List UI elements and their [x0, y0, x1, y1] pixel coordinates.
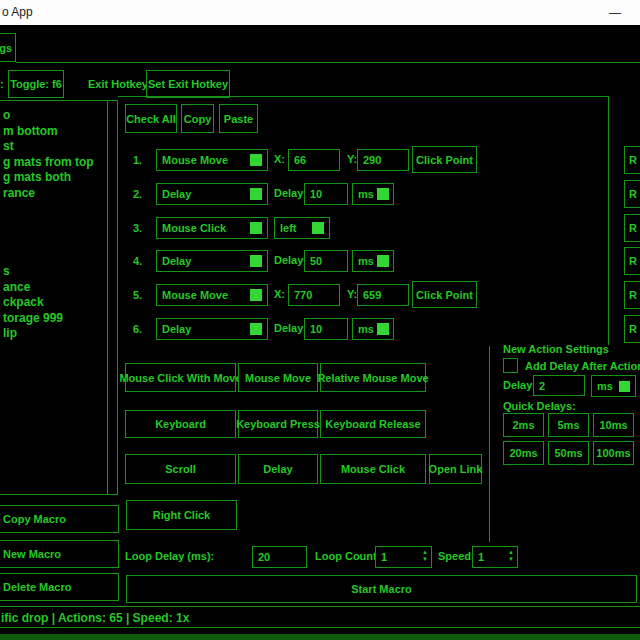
action-type-value: Mouse Move [162, 289, 228, 301]
action-type-dropdown[interactable]: Mouse Move [156, 284, 268, 306]
keyboard-release-button[interactable]: Keyboard Release [320, 410, 426, 438]
x-coordinate-input[interactable]: 66 [288, 149, 340, 171]
spinner-up-icon[interactable]: ▲ [508, 549, 514, 556]
delay-unit-value: ms [358, 255, 374, 267]
delay-value-input[interactable]: 10 [304, 183, 348, 205]
action-row: 2.DelayDelay10msR [0, 180, 640, 208]
right-click-button[interactable]: Right Click [126, 500, 237, 530]
mouse-button-dropdown[interactable]: left [274, 217, 330, 239]
quick-delay-button[interactable]: 20ms [503, 441, 544, 465]
settings-panel-divider [489, 346, 490, 542]
mouse-move-button[interactable]: Mouse Move [238, 363, 318, 392]
dropdown-indicator-square-icon [312, 222, 324, 234]
action-index: 2. [133, 180, 142, 208]
start-macro-button[interactable]: Start Macro [126, 575, 637, 603]
delay-value-input[interactable]: 10 [304, 318, 348, 340]
delete-macro-button[interactable]: Delete Macro [0, 573, 119, 601]
dropdown-indicator-square-icon [377, 323, 389, 335]
dropdown-indicator-square-icon [250, 289, 262, 301]
y-coordinate-input[interactable]: 659 [357, 284, 409, 306]
spinner-up-icon[interactable]: ▲ [422, 549, 428, 556]
delay-button[interactable]: Delay [238, 454, 318, 484]
action-row: 3.Mouse ClickleftR [0, 214, 640, 242]
copy-macro-button[interactable]: Copy Macro [0, 505, 119, 533]
macro-list-item[interactable]: m bottom [3, 124, 58, 138]
add-delay-after-action-checkbox[interactable] [503, 358, 518, 373]
delay-value-input[interactable]: 50 [304, 250, 348, 272]
quick-delay-button[interactable]: 50ms [548, 441, 589, 465]
loop-count-stepper[interactable]: 1 ▲▼ [375, 546, 432, 568]
minimize-button[interactable]: — [600, 0, 630, 25]
action-type-value: Delay [162, 188, 191, 200]
scroll-button[interactable]: Scroll [125, 454, 236, 484]
keyboard-button[interactable]: Keyboard [125, 410, 236, 438]
remove-action-button[interactable]: R [624, 315, 640, 343]
delay-label: Delay [274, 254, 303, 266]
quick-delays-label: Quick Delays: [503, 400, 576, 412]
quick-delay-button[interactable]: 10ms [593, 413, 634, 437]
y-coordinate-input[interactable]: 290 [357, 149, 409, 171]
dropdown-indicator-square-icon [250, 154, 262, 166]
mouse-click-button[interactable]: Mouse Click [320, 454, 426, 484]
x-coordinate-input[interactable]: 770 [288, 284, 340, 306]
delay-label: Delay [274, 322, 303, 334]
settings-delay-input[interactable]: 2 [533, 375, 585, 396]
click-point-button[interactable]: Click Point [412, 281, 477, 308]
remove-action-button[interactable]: R [624, 214, 640, 242]
remove-action-button[interactable]: R [624, 247, 640, 275]
dropdown-indicator-square-icon [619, 381, 630, 392]
delay-unit-dropdown[interactable]: ms [352, 183, 394, 205]
action-type-dropdown[interactable]: Delay [156, 183, 268, 205]
copy-button[interactable]: Copy [181, 104, 214, 133]
loop-delay-input[interactable]: 20 [252, 546, 307, 568]
tab-settings[interactable]: gs [0, 33, 16, 62]
quick-delay-button[interactable]: 5ms [548, 413, 589, 437]
dropdown-indicator-square-icon [250, 323, 262, 335]
minimize-icon: — [609, 6, 621, 20]
action-type-dropdown[interactable]: Mouse Move [156, 149, 268, 171]
remove-action-button[interactable]: R [624, 180, 640, 208]
action-type-dropdown[interactable]: Mouse Click [156, 217, 268, 239]
spinner-down-icon[interactable]: ▼ [508, 556, 514, 563]
action-index: 1. [133, 146, 142, 174]
loop-count-value: 1 [381, 551, 387, 563]
mouse-button-value: left [280, 222, 297, 234]
paste-button[interactable]: Paste [219, 104, 258, 133]
quick-delay-button[interactable]: 2ms [503, 413, 544, 437]
dropdown-indicator-square-icon [377, 188, 389, 200]
action-type-dropdown[interactable]: Delay [156, 250, 268, 272]
remove-action-button[interactable]: R [624, 146, 640, 174]
exit-hotkey-label: Exit Hotkey: [88, 78, 152, 90]
open-link-button[interactable]: Open Link [429, 454, 482, 484]
macro-list-item[interactable]: o [3, 108, 10, 122]
y-label: Y: [347, 288, 357, 300]
settings-delay-unit-dropdown[interactable]: ms [591, 375, 636, 397]
add-delay-after-action-label: Add Delay After Action [525, 360, 640, 372]
dropdown-indicator-square-icon [377, 255, 389, 267]
spinner-down-icon[interactable]: ▼ [422, 556, 428, 563]
y-label: Y: [347, 153, 357, 165]
action-type-dropdown[interactable]: Delay [156, 318, 268, 340]
speed-stepper[interactable]: 1 ▲▼ [472, 546, 518, 568]
status-bar: ific drop | Actions: 65 | Speed: 1x [0, 606, 640, 628]
check-all-button[interactable]: Check All [125, 104, 177, 133]
set-exit-hotkey-button[interactable]: Set Exit Hotkey [146, 70, 230, 98]
loop-delay-label: Loop Delay (ms): [125, 550, 214, 562]
new-macro-button[interactable]: New Macro [0, 540, 119, 568]
app-window: o App — gs : Toggle: f6 Exit Hotkey: Set… [0, 0, 640, 640]
action-row: 5.Mouse MoveX:770Y:659Click PointR [0, 281, 640, 309]
delay-unit-value: ms [358, 323, 374, 335]
quick-delay-button[interactable]: 100ms [593, 441, 634, 465]
delay-unit-dropdown[interactable]: ms [352, 318, 394, 340]
action-row: 1.Mouse MoveX:66Y:290Click PointR [0, 146, 640, 174]
new-action-settings-title: New Action Settings [503, 343, 609, 355]
toggle-hotkey-button[interactable]: Toggle: f6 [8, 70, 64, 98]
mouse-click-with-move-button[interactable]: Mouse Click With Move [125, 363, 236, 392]
click-point-button[interactable]: Click Point [412, 146, 477, 173]
status-text: ific drop | Actions: 65 | Speed: 1x [1, 611, 189, 625]
remove-action-button[interactable]: R [624, 281, 640, 309]
relative-mouse-move-button[interactable]: Relative Mouse Move [320, 363, 426, 392]
action-row: 6.DelayDelay10msR [0, 315, 640, 343]
delay-unit-dropdown[interactable]: ms [352, 250, 394, 272]
keyboard-press-button[interactable]: Keyboard Press [238, 410, 318, 438]
